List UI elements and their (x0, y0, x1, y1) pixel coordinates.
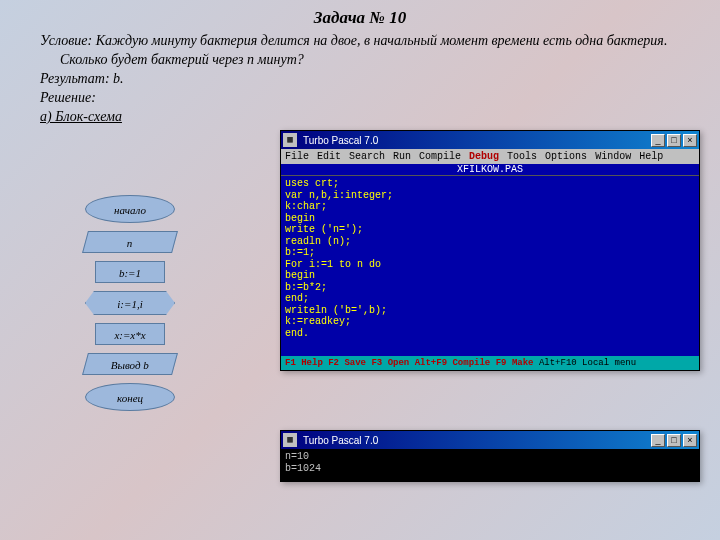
output-window: ▦ Turbo Pascal 7.0 _ □ × n=10 b=1024 (280, 430, 700, 482)
menu-help[interactable]: Help (639, 151, 663, 162)
menubar: File Edit Search Run Compile Debug Tools… (281, 149, 699, 164)
menu-tools[interactable]: Tools (507, 151, 537, 162)
flow-end: конец (85, 383, 175, 411)
flow-start: начало (85, 195, 175, 223)
close-button[interactable]: × (683, 134, 697, 147)
output-titlebar-text: Turbo Pascal 7.0 (299, 435, 649, 446)
flowchart-label: а) Блок-схема (40, 108, 700, 127)
menu-run[interactable]: Run (393, 151, 411, 162)
condition-text: Каждую минуту бактерия делится на двое, … (60, 33, 667, 67)
problem-text: Условие: Каждую минуту бактерия делится … (0, 32, 720, 126)
menu-options[interactable]: Options (545, 151, 587, 162)
titlebar[interactable]: ▦ Turbo Pascal 7.0 _ □ × (281, 131, 699, 149)
menu-edit[interactable]: Edit (317, 151, 341, 162)
statusbar: F1 Help F2 Save F3 Open Alt+F9 Compile F… (281, 356, 699, 370)
status-save: F2 Save (328, 358, 366, 368)
code-editor[interactable]: uses crt; var n,b,i:integer; k:char; beg… (281, 176, 699, 356)
flow-input: n (82, 231, 178, 253)
condition-label: Условие: (40, 33, 92, 48)
flow-calc: x:=x*x (95, 323, 165, 345)
solution-line: Решение: (40, 89, 700, 108)
flowchart: начало n b:=1 i:=1,i x:=x*x Вывод b коне… (40, 195, 220, 419)
close-button[interactable]: × (683, 434, 697, 447)
maximize-button[interactable]: □ (667, 434, 681, 447)
status-make: F9 Make (496, 358, 534, 368)
status-local: Alt+F10 Local menu (539, 358, 636, 368)
output-titlebar[interactable]: ▦ Turbo Pascal 7.0 _ □ × (281, 431, 699, 449)
flow-loop: i:=1,i (85, 291, 175, 315)
app-icon: ▦ (283, 133, 297, 147)
flow-output: Вывод b (82, 353, 178, 375)
menu-file[interactable]: File (285, 151, 309, 162)
menu-compile[interactable]: Compile (419, 151, 461, 162)
app-icon: ▦ (283, 433, 297, 447)
minimize-button[interactable]: _ (651, 134, 665, 147)
flow-init: b:=1 (95, 261, 165, 283)
titlebar-text: Turbo Pascal 7.0 (299, 135, 649, 146)
menu-debug[interactable]: Debug (469, 151, 499, 162)
page-title: Задача № 10 (0, 0, 720, 32)
output-body: n=10 b=1024 (281, 449, 699, 481)
menu-search[interactable]: Search (349, 151, 385, 162)
status-help: F1 Help (285, 358, 323, 368)
maximize-button[interactable]: □ (667, 134, 681, 147)
minimize-button[interactable]: _ (651, 434, 665, 447)
condition-line: Условие: Каждую минуту бактерия делится … (40, 32, 700, 70)
menu-window[interactable]: Window (595, 151, 631, 162)
editor-filename: XFILKOW.PAS (281, 164, 699, 176)
result-line: Результат: b. (40, 70, 700, 89)
ide-main-window: ▦ Turbo Pascal 7.0 _ □ × File Edit Searc… (280, 130, 700, 371)
status-open: F3 Open (371, 358, 409, 368)
status-compile: Alt+F9 Compile (415, 358, 491, 368)
